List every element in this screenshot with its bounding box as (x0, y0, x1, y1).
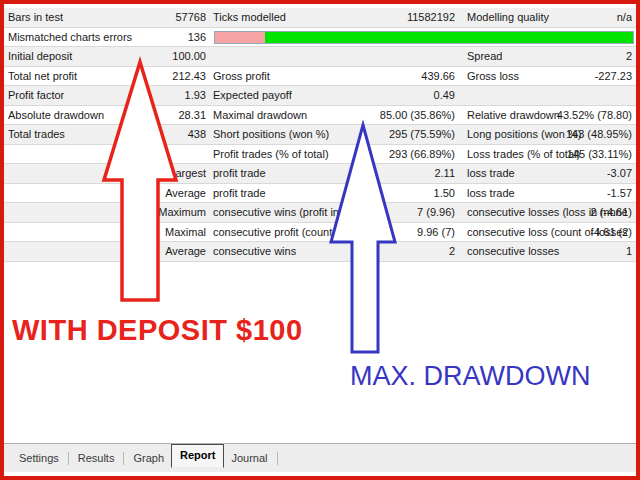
row-value: 438 (120, 125, 206, 144)
row-value: 57768 (120, 8, 206, 27)
row-qualifier: Average (120, 242, 206, 261)
row-qualifier: Maximal (120, 223, 206, 242)
table-row: Averageconsecutive wins2consecutive loss… (4, 242, 636, 262)
table-row: Profit trades (% of total)293 (66.89%)Lo… (4, 145, 636, 165)
tab-divider (68, 452, 69, 465)
row-value-3: -1.57 (512, 184, 632, 203)
row-qualifier: Largest (120, 164, 206, 183)
row-value-3: -3.07 (512, 164, 632, 183)
row-value-2: 1.50 (320, 184, 455, 203)
row-value-3: n/a (512, 8, 632, 27)
table-row: Averageprofit trade1.50loss trade-1.57 (4, 184, 636, 204)
row-value-3: 43.52% (78.80) (512, 106, 632, 125)
row-value-2: 11582192 (320, 8, 455, 27)
row-value-2: 439.66 (320, 67, 455, 86)
report-table: Bars in test57768Ticks modelled11582192M… (4, 8, 636, 262)
row-value: 28.31 (120, 106, 206, 125)
row-value-3: 143 (48.95%) (512, 125, 632, 144)
row-value-3: 2 (-4.61) (512, 203, 632, 222)
row-value: 1.93 (120, 86, 206, 105)
row-value-2: 7 (9.96) (320, 203, 455, 222)
table-row: Initial deposit100.00Spread2 (4, 47, 636, 67)
row-value-2: 9.96 (7) (320, 223, 455, 242)
tab-divider (277, 452, 278, 465)
table-row: Maximalconsecutive profit (count of wins… (4, 223, 636, 243)
row-value: 212.43 (120, 67, 206, 86)
row-qualifier: Average (120, 184, 206, 203)
row-value-2: 0.49 (320, 86, 455, 105)
row-value-2: 2 (320, 242, 455, 261)
drawdown-annotation: MAX. DRAWDOWN (350, 361, 590, 392)
modelling-quality-bar-mismatch-segment (215, 32, 265, 43)
tab-journal[interactable]: Journal (224, 450, 274, 466)
table-row: Absolute drawdown28.31Maximal drawdown85… (4, 106, 636, 126)
tab-graph[interactable]: Graph (126, 450, 171, 466)
tester-tab-bar: Settings Results Graph Report Journal (4, 443, 636, 472)
row-value-2: 2.11 (320, 164, 455, 183)
table-row: Bars in test57768Ticks modelled11582192M… (4, 8, 636, 28)
tab-divider (123, 452, 124, 465)
tab-report[interactable]: Report (171, 444, 224, 468)
table-row: Maximumconsecutive wins (profit in money… (4, 203, 636, 223)
strategy-tester-report-window: Bars in test57768Ticks modelled11582192M… (0, 0, 640, 480)
row-value-3: 1 (512, 242, 632, 261)
tab-settings[interactable]: Settings (12, 450, 66, 466)
deposit-annotation: WITH DEPOSIT $100 (12, 314, 303, 347)
row-qualifier: Maximum (120, 203, 206, 222)
table-row: Profit factor1.93Expected payoff0.49 (4, 86, 636, 106)
modelling-quality-bar-quality-segment (265, 32, 633, 43)
row-value-3: -227.23 (512, 67, 632, 86)
row-value: 100.00 (120, 47, 206, 66)
row-value-3: 145 (33.11%) (512, 145, 632, 164)
row-value-3: 2 (512, 47, 632, 66)
table-row: Total trades438Short positions (won %)29… (4, 125, 636, 145)
tab-results[interactable]: Results (71, 450, 122, 466)
row-value-3: -4.61 (2) (512, 223, 632, 242)
row-value: 136 (120, 28, 206, 47)
table-row: Largestprofit trade2.11loss trade-3.07 (4, 164, 636, 184)
row-value-2: 293 (66.89%) (320, 145, 455, 164)
table-row: Total net profit212.43Gross profit439.66… (4, 67, 636, 87)
row-value-2: 85.00 (35.86%) (320, 106, 455, 125)
row-value-2: 295 (75.59%) (320, 125, 455, 144)
modelling-quality-bar (214, 31, 634, 44)
